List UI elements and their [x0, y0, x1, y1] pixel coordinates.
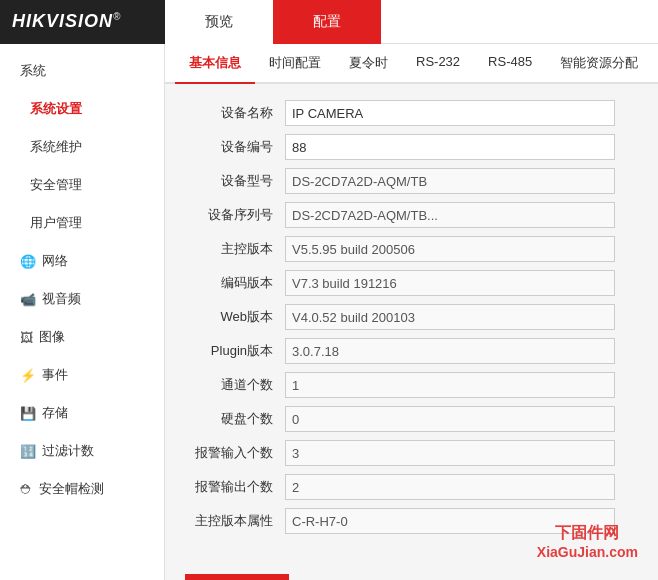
input-hdd [285, 406, 615, 432]
sidebar-item-label: 安全管理 [30, 176, 82, 194]
sidebar-item-label: 用户管理 [30, 214, 82, 232]
input-alarm-out [285, 474, 615, 500]
sidebar-item-av[interactable]: 📹 视音频 [0, 280, 164, 318]
sidebar-item-label: 系统 [20, 62, 46, 80]
input-device-name[interactable] [285, 100, 615, 126]
label-alarm-in: 报警输入个数 [185, 444, 285, 462]
helmet-icon: ⛑ [20, 482, 33, 497]
sidebar-item-label: 过滤计数 [42, 442, 94, 460]
storage-icon: 💾 [20, 406, 36, 421]
sidebar-item-storage[interactable]: 💾 存储 [0, 394, 164, 432]
watermark-line1: 下固件网 [537, 523, 638, 544]
sidebar-item-label: 网络 [42, 252, 68, 270]
sidebar-item-label: 事件 [42, 366, 68, 384]
tab-intelligent[interactable]: 智能资源分配 [546, 44, 652, 84]
form-row-alarm-in: 报警输入个数 [185, 440, 638, 466]
input-web-version [285, 304, 615, 330]
save-button[interactable]: 💾 保存 [185, 574, 289, 580]
sidebar-item-network[interactable]: 🌐 网络 [0, 242, 164, 280]
label-main-attr: 主控版本属性 [185, 512, 285, 530]
sidebar-item-label: 系统维护 [30, 138, 82, 156]
video-icon: 📹 [20, 292, 36, 307]
tab-about[interactable]: 关于设备 [652, 44, 658, 84]
filter-icon: 🔢 [20, 444, 36, 459]
sidebar-item-system[interactable]: 系统 [0, 52, 164, 90]
form-row-alarm-out: 报警输出个数 [185, 474, 638, 500]
tab-time-config[interactable]: 时间配置 [255, 44, 335, 84]
sidebar-item-label: 视音频 [42, 290, 81, 308]
form-row-device-number: 设备编号 [185, 134, 638, 160]
label-encode-version: 编码版本 [185, 274, 285, 292]
input-model [285, 168, 615, 194]
image-icon: 🖼 [20, 330, 33, 345]
input-device-number[interactable] [285, 134, 615, 160]
label-hdd: 硬盘个数 [185, 410, 285, 428]
sidebar-item-event[interactable]: ⚡ 事件 [0, 356, 164, 394]
label-web-version: Web版本 [185, 308, 285, 326]
watermark-line2: XiaGuJian.com [537, 544, 638, 560]
sidebar-item-label: 安全帽检测 [39, 480, 104, 498]
sidebar-item-system-maintenance[interactable]: 系统维护 [0, 128, 164, 166]
sub-tabs: 基本信息 时间配置 夏令时 RS-232 RS-485 智能资源分配 关于设备 [165, 44, 658, 84]
input-encode-version [285, 270, 615, 296]
tab-rs485[interactable]: RS-485 [474, 44, 546, 84]
form-container: 设备名称 设备编号 设备型号 设备序列号 主控版本 [165, 84, 658, 558]
sidebar: 系统 系统设置 系统维护 安全管理 用户管理 🌐 网络 📹 视音频 🖼 图像 ⚡… [0, 44, 165, 580]
logo-text: HIKVISION® [12, 11, 121, 32]
label-channels: 通道个数 [185, 376, 285, 394]
label-device-name: 设备名称 [185, 104, 285, 122]
event-icon: ⚡ [20, 368, 36, 383]
sidebar-item-label: 图像 [39, 328, 65, 346]
sidebar-item-label: 系统设置 [30, 100, 82, 118]
form-row-web-version: Web版本 [185, 304, 638, 330]
label-plugin-version: Plugin版本 [185, 342, 285, 360]
nav-tabs: 预览 配置 [165, 0, 381, 44]
network-icon: 🌐 [20, 254, 36, 269]
form-row-device-name: 设备名称 [185, 100, 638, 126]
sidebar-item-image[interactable]: 🖼 图像 [0, 318, 164, 356]
save-section: 💾 保存 [165, 558, 658, 580]
form-row-serial: 设备序列号 [185, 202, 638, 228]
form-row-hdd: 硬盘个数 [185, 406, 638, 432]
sidebar-item-system-settings[interactable]: 系统设置 [0, 90, 164, 128]
tab-dst[interactable]: 夏令时 [335, 44, 402, 84]
form-row-main-version: 主控版本 [185, 236, 638, 262]
main-content: 基本信息 时间配置 夏令时 RS-232 RS-485 智能资源分配 关于设备 … [165, 44, 658, 580]
form-row-encode-version: 编码版本 [185, 270, 638, 296]
header: HIKVISION® 预览 配置 [0, 0, 658, 44]
label-alarm-out: 报警输出个数 [185, 478, 285, 496]
sidebar-item-security[interactable]: 安全管理 [0, 166, 164, 204]
tab-rs232[interactable]: RS-232 [402, 44, 474, 84]
input-main-version [285, 236, 615, 262]
logo-reg: ® [113, 11, 121, 22]
sidebar-item-helmet[interactable]: ⛑ 安全帽检测 [0, 470, 164, 508]
form-row-model: 设备型号 [185, 168, 638, 194]
input-channels [285, 372, 615, 398]
label-device-number: 设备编号 [185, 138, 285, 156]
sidebar-item-label: 存储 [42, 404, 68, 422]
nav-tab-config[interactable]: 配置 [273, 0, 381, 44]
sidebar-item-filter[interactable]: 🔢 过滤计数 [0, 432, 164, 470]
label-main-version: 主控版本 [185, 240, 285, 258]
watermark: 下固件网 XiaGuJian.com [537, 523, 638, 560]
sidebar-item-user[interactable]: 用户管理 [0, 204, 164, 242]
nav-tab-preview[interactable]: 预览 [165, 0, 273, 44]
input-alarm-in [285, 440, 615, 466]
label-serial: 设备序列号 [185, 206, 285, 224]
logo: HIKVISION® [0, 0, 165, 44]
form-row-plugin-version: Plugin版本 [185, 338, 638, 364]
input-serial [285, 202, 615, 228]
form-row-channels: 通道个数 [185, 372, 638, 398]
input-plugin-version [285, 338, 615, 364]
layout: 系统 系统设置 系统维护 安全管理 用户管理 🌐 网络 📹 视音频 🖼 图像 ⚡… [0, 44, 658, 580]
label-model: 设备型号 [185, 172, 285, 190]
tab-basic-info[interactable]: 基本信息 [175, 44, 255, 84]
